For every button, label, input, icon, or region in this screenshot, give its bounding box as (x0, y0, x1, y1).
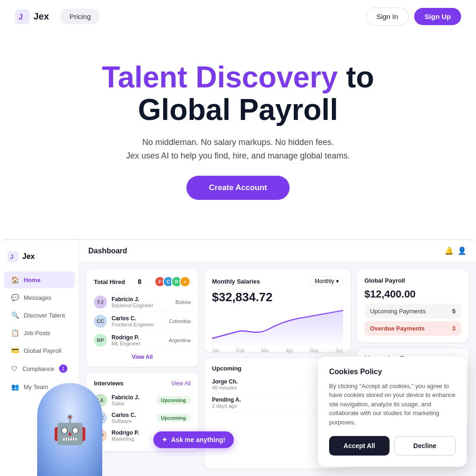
hero-section: Talent Discovery to Global Payroll No mi… (0, 33, 476, 218)
notification-icon[interactable]: 🔔 (444, 246, 454, 255)
interview-row-1: LA Fabricio J. Sales Upcoming (94, 391, 191, 409)
int-name-3: Rodrigo P. (112, 430, 139, 436)
dashboard-header: Dashboard 🔔 👤 (79, 240, 476, 262)
messages-icon: 💬 (11, 294, 19, 301)
decline-cookies-button[interactable]: Decline (394, 436, 456, 456)
sidebar-label-messages: Messages (24, 294, 51, 301)
logo-text: Jex (33, 11, 49, 22)
sidebar-item-discover[interactable]: 🔍 Discover Talent (4, 307, 75, 324)
hero-title-to: to (346, 60, 374, 94)
compliance-badge: 1 (59, 364, 67, 373)
emp-avatar-3: RP (94, 334, 107, 347)
total-hired-card: Total Hired 8 F C R + FJ Fabricio J. (86, 270, 198, 367)
emp-name-3: Rodrigo P. (112, 334, 140, 341)
sidebar-logo: J Jex (0, 247, 79, 271)
int-info-2: Carlos C. Software (112, 412, 136, 424)
sidebar-label-home: Home (24, 277, 40, 284)
pricing-nav-item[interactable]: Pricing (60, 9, 100, 24)
total-hired-header: Total Hired 8 F C R + (94, 276, 191, 287)
sidebar-item-payroll[interactable]: 💳 Global Payroll (4, 342, 75, 359)
int-info-3: Rodrigo P. Marketing (112, 430, 139, 442)
sidebar-item-messages[interactable]: 💬 Messages (4, 289, 75, 306)
navbar-left: J Jex Pricing (15, 9, 100, 24)
avatar-stack: F C R + (154, 276, 191, 287)
emp-role-1: Backend Engineer (112, 303, 153, 308)
discover-icon: 🔍 (11, 311, 19, 319)
chart-label-apr: Apr (286, 348, 293, 353)
sidebar-item-jobs[interactable]: 📋 Job Posts (4, 324, 75, 341)
avatar-4: + (179, 276, 191, 287)
ai-person-illustration: 🤖 (37, 383, 102, 476)
svg-text:J: J (19, 13, 23, 21)
hero-subtitle1: No middleman. No salary markups. No hidd… (19, 138, 457, 147)
overdue-payments-label: Overdue Payments (370, 325, 425, 332)
employee-row-3: RP Rodrigo P. ML Engineer Argentina (94, 331, 191, 350)
interviews-view-all[interactable]: View All (171, 380, 191, 387)
chart-label-jun: Jun (336, 348, 343, 353)
view-all-button[interactable]: View All (94, 354, 191, 360)
emp-role-3: ML Engineer (112, 341, 140, 346)
sidebar-label-payroll: Global Payroll (24, 347, 61, 354)
hero-title: Talent Discovery to Global Payroll (19, 61, 457, 126)
team-icon: 👥 (11, 383, 19, 390)
cookie-buttons: Accept All Decline (329, 436, 456, 456)
hero-title-payroll: Global Payroll (138, 93, 338, 126)
chart-label-feb: Feb (236, 348, 244, 353)
emp-name-2: Carlos C. (112, 315, 154, 322)
ai-ask-button[interactable]: ✦ Ask me anything! (153, 431, 234, 448)
jobs-icon: 📋 (11, 329, 19, 337)
int-name-1: Fabricio J. (112, 394, 139, 401)
salary-amount: $32,834.72 (212, 290, 343, 304)
svg-text:J: J (10, 254, 13, 260)
emp-country-2: Colombia (169, 318, 191, 324)
dashboard-title: Dashboard (88, 247, 127, 255)
chart-label-mar: Mar (261, 348, 269, 353)
navbar: J Jex Pricing Sign In Sign Up (0, 0, 476, 33)
hero-title-gradient: Talent Discovery (102, 60, 337, 94)
emp-info-2: Carlos C. Frontend Engineer (112, 315, 154, 327)
header-icons: 🔔 👤 (444, 246, 467, 255)
sidebar-item-compliance[interactable]: 🛡 Compliance 1 (4, 360, 75, 377)
sidebar-label-compliance: Compliance (22, 365, 54, 372)
logo[interactable]: J Jex (15, 9, 49, 24)
payroll-icon: 💳 (11, 347, 19, 354)
navbar-right: Sign In Sign Up (366, 7, 461, 26)
signin-button[interactable]: Sign In (366, 7, 409, 26)
ai-sparkle-icon: ✦ (162, 436, 167, 443)
signup-button[interactable]: Sign Up (414, 8, 461, 25)
emp-name-1: Fabricio J. (112, 296, 153, 303)
salary-chart: Jan Feb Mar Apr May Jun (212, 308, 343, 345)
salary-card: Monthly Salaries Monthly ▾ $32,834.72 (205, 270, 350, 352)
status-pill-2: Upcoming (156, 414, 191, 422)
cookie-text: By clicking "Accept all cookies," you ag… (329, 382, 456, 427)
global-payroll-amount: $12,400.00 (364, 288, 461, 300)
home-icon: 🏠 (11, 276, 19, 284)
avatar-icon[interactable]: 👤 (457, 246, 467, 255)
period-label: Monthly (315, 278, 334, 284)
sidebar-logo-text: Jex (22, 252, 35, 261)
chart-label-jan: Jan (212, 348, 219, 353)
overdue-payments-row: Overdue Payments 3 (364, 321, 461, 336)
interview-row-2: CC Carlos C. Software Upcoming (94, 409, 191, 427)
create-account-button[interactable]: Create Account (186, 176, 289, 200)
emp-info-3: Rodrigo P. ML Engineer (112, 334, 140, 346)
upcoming-payments-count: 5 (452, 308, 456, 315)
accept-cookies-button[interactable]: Accept All (329, 436, 390, 456)
chevron-down-icon: ▾ (336, 278, 339, 284)
sidebar-item-home[interactable]: 🏠 Home (4, 271, 75, 288)
emp-info-1: Fabricio J. Backend Engineer (112, 296, 153, 308)
salary-header: Monthly Salaries Monthly ▾ (212, 276, 343, 286)
monthly-period-selector[interactable]: Monthly ▾ (311, 276, 343, 286)
sidebar-label-team: My Team (24, 383, 48, 390)
emp-avatar-2: CC (94, 315, 107, 328)
hero-subtitle2: Jex uses AI to help you find, hire, and … (19, 151, 457, 161)
interviews-header: Interviews View All (94, 380, 191, 387)
status-pill-1: Upcoming (156, 396, 191, 404)
emp-avatar-1: FJ (94, 296, 107, 309)
emp-role-2: Frontend Engineer (112, 322, 154, 327)
overdue-payments-count: 3 (452, 325, 456, 332)
cookie-title: Cookies Policy (329, 368, 456, 376)
cookie-banner: Cookies Policy By clicking "Accept all c… (318, 357, 467, 467)
int-role-3: Marketing (112, 436, 139, 442)
global-payroll-card: Global Payroll $12,400.00 Upcoming Payme… (357, 270, 469, 342)
